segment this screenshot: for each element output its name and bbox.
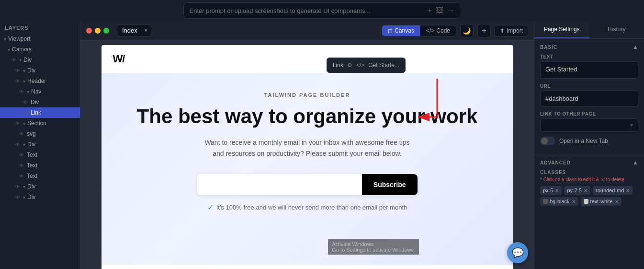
subscribe-button[interactable]: Subscribe xyxy=(362,174,418,195)
dark-mode-toggle[interactable]: 🌙 xyxy=(460,24,474,37)
layer-section[interactable]: 👁 ▾ Section xyxy=(0,118,80,129)
advanced-collapse-icon[interactable]: ▲ xyxy=(633,159,638,166)
class-tag-remove-rounded-md[interactable]: ✕ xyxy=(626,188,630,193)
class-tag-remove-px5[interactable]: ✕ xyxy=(555,188,559,193)
link-popup: Link ⚙ </> Get Starte... xyxy=(327,58,406,73)
class-tag-remove-text-white[interactable]: ✕ xyxy=(615,199,619,204)
class-tag-text-white[interactable]: text-white ✕ xyxy=(581,197,621,206)
layer-text1[interactable]: 👁 Text xyxy=(0,150,80,160)
class-tag-remove-py25[interactable]: ✕ xyxy=(584,188,588,193)
import-icon: ⬆ xyxy=(500,27,505,34)
eye-icon: 👁 xyxy=(19,152,24,158)
plus-icon[interactable]: + xyxy=(427,6,431,15)
class-tag-label: bg-black xyxy=(550,199,570,204)
canvas-btn[interactable]: ◻ Canvas xyxy=(382,25,420,36)
tab-history[interactable]: History xyxy=(589,21,644,38)
prompt-input[interactable] xyxy=(190,7,424,14)
basic-section-title: BASIC xyxy=(540,45,557,50)
text-field-value[interactable]: Get Started xyxy=(540,61,638,79)
color-swatch-text-white xyxy=(584,199,588,204)
link-popup-label: Link xyxy=(333,62,343,69)
layer-label: Text xyxy=(27,162,37,169)
layer-canvas[interactable]: ▾ Canvas xyxy=(0,44,80,55)
chat-button[interactable]: 💬 xyxy=(507,242,528,263)
layer-viewport[interactable]: ▾ Viewport xyxy=(0,34,80,44)
layer-label: svg xyxy=(27,130,36,137)
layer-div4[interactable]: 👁 ▾ Div xyxy=(0,139,80,150)
arrow-icon: ▾ xyxy=(23,195,25,200)
code-btn[interactable]: </> Code xyxy=(420,25,456,36)
link-other-label: LINK TO OTHER PAGE xyxy=(540,111,638,117)
email-input[interactable] xyxy=(197,174,362,195)
webpage-description: Want to receive a monthly email in your … xyxy=(202,137,413,159)
top-bar: + 🖼 → xyxy=(0,0,644,21)
page-select-wrap[interactable]: Index xyxy=(117,24,151,36)
layer-text2[interactable]: 👁 Text xyxy=(0,160,80,171)
layer-label: Div xyxy=(23,57,32,63)
prompt-bar[interactable]: + 🖼 → xyxy=(183,2,461,19)
image-icon[interactable]: 🖼 xyxy=(436,6,443,15)
eye-icon: 👁 xyxy=(19,163,24,168)
layer-div2[interactable]: 👁 ▾ Div xyxy=(0,65,80,76)
import-label: Import xyxy=(507,27,523,34)
layer-label: Text xyxy=(27,152,37,158)
add-page-button[interactable]: + xyxy=(477,24,491,37)
advanced-section-title: ADVANCED xyxy=(540,160,571,165)
free-text: ✓ It's 100% free and we will never send … xyxy=(113,203,502,212)
page-select[interactable]: Index xyxy=(117,24,151,36)
classes-label: CLASSES xyxy=(540,170,638,175)
check-icon: ✓ xyxy=(207,203,214,212)
link-code-icon[interactable]: </> xyxy=(356,62,364,69)
code-label: Code xyxy=(436,27,450,34)
email-form[interactable]: Subscribe xyxy=(197,174,418,195)
chevron-down-icon: ▾ xyxy=(630,122,633,129)
url-field-label: URL xyxy=(540,83,638,89)
class-tag-py25[interactable]: py-2.5 ✕ xyxy=(564,186,590,195)
class-tag-px5[interactable]: px-5 ✕ xyxy=(540,186,562,195)
classes-hint: * Click on a class to edit it & 'x' to d… xyxy=(540,177,638,182)
canvas-label: Canvas xyxy=(395,27,414,34)
color-swatch-bg-black xyxy=(543,199,548,204)
layer-div5[interactable]: 👁 ▾ Div xyxy=(0,181,80,192)
main-layout: LAYERS ▾ Viewport ▾ Canvas 👁 ▾ Div 👁 ▾ D… xyxy=(0,21,644,269)
view-toggle: ◻ Canvas </> Code xyxy=(382,25,456,36)
canvas-area: Index ◻ Canvas </> Code 🌙 + ⬆ Import xyxy=(80,21,534,269)
link-other-select[interactable]: ▾ xyxy=(540,118,638,132)
eye-icon: 👁 xyxy=(11,58,16,63)
webpage-title: The best way to organize your work xyxy=(113,105,502,128)
open-new-tab-toggle[interactable] xyxy=(540,137,555,145)
layer-header[interactable]: 👁 ▾ Header xyxy=(0,76,80,86)
webpage-preview: W/ TAILWIND PAGE BUILDER The best way to… xyxy=(102,45,513,269)
eye-icon: 👁 xyxy=(15,184,20,189)
class-tag-bg-black[interactable]: bg-black ✕ xyxy=(540,197,578,206)
arrow-icon: ▾ xyxy=(19,58,22,63)
class-tag-remove-bg-black[interactable]: ✕ xyxy=(572,199,576,204)
layer-link[interactable]: 👁 Link xyxy=(0,107,80,118)
layer-div3[interactable]: 👁 Div xyxy=(0,97,80,107)
layer-div6[interactable]: 👁 ▾ Div xyxy=(0,192,80,202)
arrow-right-icon[interactable]: → xyxy=(447,6,455,15)
layer-nav[interactable]: 👁 ▾ Nav xyxy=(0,86,80,97)
arrow-icon: ▾ xyxy=(23,121,25,126)
arrow-icon: ▾ xyxy=(27,89,29,94)
layer-text3[interactable]: 👁 Text xyxy=(0,171,80,181)
eye-icon: 👁 xyxy=(23,110,28,116)
text-field-label: TEXT xyxy=(540,54,638,59)
code-icon: </> xyxy=(426,27,434,34)
layer-svg[interactable]: 👁 svg xyxy=(0,129,80,139)
right-panel: Page Settings History BASIC ▲ TEXT Get S… xyxy=(534,21,644,269)
tab-page-settings[interactable]: Page Settings xyxy=(534,21,589,38)
layer-label: Div xyxy=(27,194,35,200)
webpage-logo: W/ xyxy=(113,53,125,65)
url-field-value[interactable]: #dashboard xyxy=(540,91,638,106)
import-button[interactable]: ⬆ Import xyxy=(495,25,528,36)
layer-label: Div xyxy=(27,67,35,74)
arrow-icon: ▾ xyxy=(23,142,25,147)
advanced-section-header: ADVANCED ▲ xyxy=(540,159,638,166)
basic-collapse-icon[interactable]: ▲ xyxy=(633,44,638,50)
layer-div1[interactable]: 👁 ▾ Div xyxy=(0,55,80,65)
link-settings-icon[interactable]: ⚙ xyxy=(347,62,352,69)
webpage-nav: W/ xyxy=(102,45,513,73)
webpage-hero: TAILWIND PAGE BUILDER The best way to or… xyxy=(102,73,513,265)
class-tag-rounded-md[interactable]: rounded-md ✕ xyxy=(593,186,633,195)
